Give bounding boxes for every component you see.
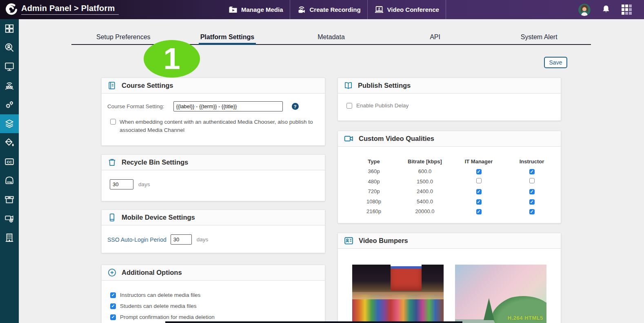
course-notes-icon	[107, 81, 117, 90]
qualities-table: Type Bitrate [kbps] IT Manager Instructo…	[350, 156, 550, 216]
manage-media-label: Manage Media	[241, 6, 283, 13]
instructors-delete-checkbox[interactable]	[110, 292, 116, 298]
publish-settings-title: Publish Settings	[358, 82, 411, 89]
create-recording-label: Create Recording	[310, 6, 361, 13]
it-manager-480p-checkbox[interactable]	[476, 178, 482, 183]
archive-box-icon	[4, 194, 15, 205]
people-broadcast-icon	[4, 80, 15, 91]
colored-pencils-thumbnail[interactable]	[352, 265, 444, 323]
course-format-input[interactable]	[173, 101, 283, 111]
apps-grid-icon[interactable]	[622, 4, 632, 15]
gears-icon	[4, 99, 15, 110]
qualities-table-header: Type Bitrate [kbps] IT Manager Instructo…	[350, 156, 550, 167]
open-book-icon	[344, 81, 353, 90]
top-right-cluster	[578, 0, 632, 19]
help-icon[interactable]: ?	[292, 103, 299, 110]
breadcrumb[interactable]: Admin Panel > Platform	[21, 4, 119, 15]
sky-trees-thumbnail[interactable]: H.264 HTML5	[455, 265, 546, 323]
notifications-bell-icon[interactable]	[601, 4, 611, 15]
table-row: 1080p5400.0	[350, 196, 550, 207]
video-qualities-title: Custom Video Qualities	[359, 135, 434, 143]
embed-publish-checkbox[interactable]	[110, 119, 116, 125]
user-search-icon	[4, 42, 15, 53]
it-manager-720p-checkbox[interactable]	[476, 189, 482, 194]
broadcast-camera-icon	[297, 5, 306, 15]
sidebar-item-branding[interactable]	[0, 133, 19, 152]
instructor-360p-checkbox[interactable]	[529, 169, 535, 174]
it-manager-2160p-checkbox[interactable]	[476, 209, 482, 214]
tab-platform-settings[interactable]: Platform Settings	[175, 30, 280, 44]
smartphone-icon	[107, 213, 117, 222]
publish-delay-checkbox[interactable]	[346, 103, 352, 109]
table-row: 360p600.0	[350, 167, 550, 177]
sidebar-item-content-layers[interactable]	[0, 114, 19, 134]
layers-icon	[4, 118, 15, 129]
table-row: 720p2400.0	[350, 187, 550, 197]
id-badge-icon	[344, 236, 354, 246]
tab-api[interactable]: API	[383, 30, 487, 44]
left-sidebar: CC	[0, 19, 19, 323]
create-recording-button[interactable]: Create Recording	[290, 0, 367, 19]
user-avatar[interactable]	[578, 4, 591, 16]
storage-drive-icon	[4, 175, 15, 186]
sso-period-input[interactable]	[171, 234, 192, 245]
mobile-device-title: Mobile Device Settings	[122, 214, 195, 221]
closed-captions-icon: CC	[4, 156, 15, 167]
sidebar-item-displays[interactable]	[0, 57, 19, 76]
sso-days-label: days	[197, 236, 209, 243]
sidebar-item-user-search[interactable]	[0, 38, 19, 58]
sidebar-item-services[interactable]	[0, 95, 19, 114]
it-manager-360p-checkbox[interactable]	[476, 169, 482, 174]
save-button[interactable]: Save	[544, 57, 567, 68]
recycle-bin-title: Recycle Bin Settings	[122, 158, 188, 166]
sidebar-item-organization[interactable]	[0, 228, 19, 247]
it-manager-1080p-checkbox[interactable]	[476, 199, 482, 205]
video-camera-icon	[344, 134, 354, 144]
table-row: 2160p20000.0	[350, 207, 550, 217]
manage-media-button[interactable]: Manage Media	[222, 0, 290, 19]
recycle-bin-card: Recycle Bin Settings days	[101, 154, 325, 201]
video-conference-label: Video Conference	[387, 6, 439, 13]
publish-settings-card: Publish Settings Enable Publish Delay	[338, 78, 561, 121]
plus-circle-icon	[107, 268, 117, 277]
paint-bucket-icon	[4, 137, 15, 148]
sidebar-item-archive[interactable]	[0, 190, 19, 209]
laptop-person-icon	[374, 5, 384, 15]
tab-system-alert[interactable]: System Alert	[487, 30, 591, 44]
annotation-step-badge: 1	[144, 40, 200, 78]
course-settings-title: Course Settings	[122, 82, 173, 89]
additional-options-title: Additional Options	[122, 269, 182, 276]
sidebar-item-recordings[interactable]	[0, 209, 19, 228]
recycle-days-label: days	[138, 181, 150, 187]
instructor-720p-checkbox[interactable]	[529, 189, 535, 194]
top-nav: Manage Media Create Recording Video Conf…	[222, 0, 446, 19]
video-recorder-icon	[4, 213, 15, 224]
sidebar-item-storage[interactable]	[0, 171, 19, 190]
sidebar-item-captions[interactable]: CC	[0, 152, 19, 172]
sidebar-item-dashboard[interactable]	[0, 19, 19, 38]
dashboard-icon	[4, 23, 15, 34]
table-row: 480p1500.0	[350, 176, 550, 187]
students-delete-checkbox[interactable]	[110, 303, 116, 309]
trash-icon	[107, 158, 117, 167]
recycle-days-input[interactable]	[110, 179, 133, 189]
course-format-label: Course Format Setting:	[107, 103, 164, 109]
monitor-icon	[4, 61, 15, 72]
additional-options-card: Additional Options Instructors can delet…	[101, 265, 325, 323]
folder-play-icon	[228, 5, 238, 15]
top-header-bar: Admin Panel > Platform Manage Media Crea…	[0, 0, 644, 19]
app-logo-icon[interactable]	[4, 2, 19, 17]
instructor-2160p-checkbox[interactable]	[529, 209, 535, 214]
video-conference-button[interactable]: Video Conference	[367, 0, 446, 19]
instructor-1080p-checkbox[interactable]	[529, 199, 535, 205]
instructor-480p-checkbox[interactable]	[529, 178, 535, 183]
publish-delay-label: Enable Publish Delay	[356, 102, 409, 109]
window-edge-bar	[165, 321, 462, 323]
sso-period-label: SSO Auto-Login Period	[107, 236, 167, 243]
tab-metadata[interactable]: Metadata	[279, 30, 383, 44]
sidebar-item-conference[interactable]	[0, 76, 19, 96]
video-qualities-card: Custom Video Qualities Type Bitrate [kbp…	[338, 131, 561, 223]
prompt-confirmation-checkbox[interactable]	[110, 314, 116, 320]
video-bumpers-card: Video Bumpers H.264 HTML5	[338, 233, 561, 323]
building-icon	[4, 232, 15, 243]
